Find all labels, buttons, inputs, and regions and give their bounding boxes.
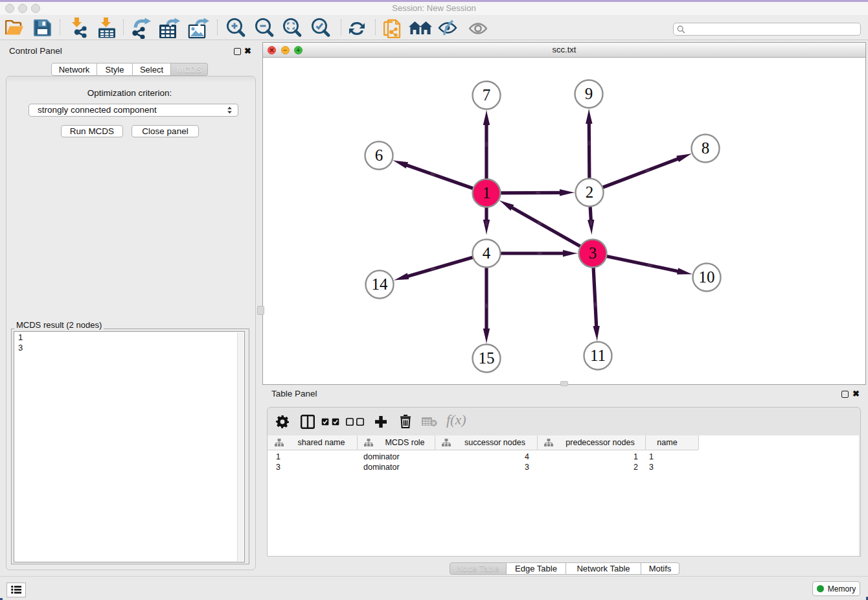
svg-text:2: 2 — [586, 183, 594, 201]
svg-text:3: 3 — [589, 244, 597, 262]
svg-text:10: 10 — [699, 268, 715, 286]
svg-text:11: 11 — [590, 347, 606, 364]
svg-text:9: 9 — [585, 85, 593, 102]
svg-text:6: 6 — [375, 146, 383, 164]
svg-text:14: 14 — [372, 275, 389, 293]
svg-text:15: 15 — [479, 349, 495, 367]
svg-text:1: 1 — [483, 184, 491, 202]
svg-text:8: 8 — [702, 139, 710, 157]
svg-text:7: 7 — [483, 86, 491, 104]
svg-text:4: 4 — [483, 244, 491, 262]
